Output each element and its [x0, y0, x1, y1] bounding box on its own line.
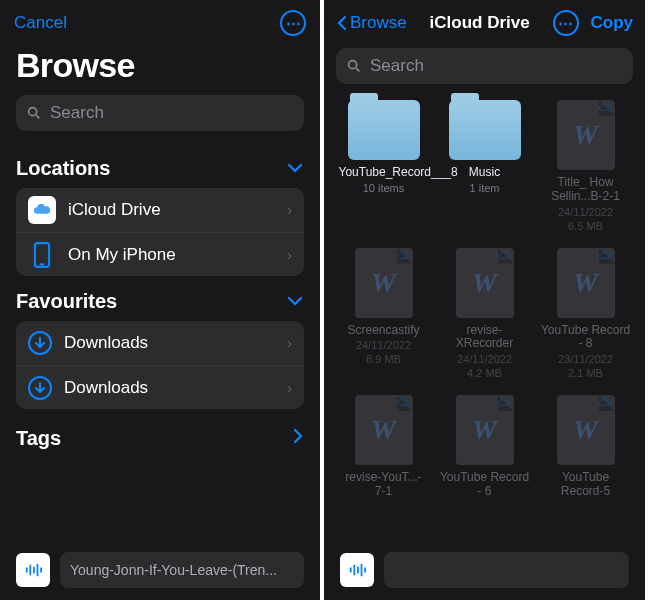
downloads-icon [28, 376, 52, 400]
location-label: On My iPhone [68, 245, 176, 265]
file-item: WYouTube Record - 6 [439, 395, 530, 499]
now-playing-bar[interactable] [340, 548, 629, 592]
item-name: revise-YouT...- 7-1 [339, 471, 429, 499]
now-playing-title: Young-Jonn-If-You-Leave-(Tren... [60, 552, 304, 588]
locations-header[interactable]: Locations [16, 143, 304, 188]
location-item-icloud[interactable]: iCloud Drive › [16, 188, 304, 232]
item-sub2: 6.5 MB [568, 220, 603, 232]
item-name: YouTube Record - 6 [440, 471, 530, 499]
chevron-right-icon: › [287, 335, 292, 351]
word-doc-icon: W [557, 395, 615, 465]
back-button[interactable]: Browse [336, 13, 407, 33]
item-name: YouTube Record-5 [541, 471, 631, 499]
item-sub: 24/11/2022 [558, 206, 613, 218]
now-playing-bar[interactable]: Young-Jonn-If-You-Leave-(Tren... [16, 548, 304, 592]
word-doc-icon: W [355, 248, 413, 318]
icloud-drive-pane: Browse iCloud Drive ⋯ Copy Search YouTub… [324, 0, 645, 600]
folder-item[interactable]: YouTube_Record___810 items [338, 100, 429, 232]
item-name: Title_ How Sellin...B-2-1 [541, 176, 631, 204]
location-item-on-my-iphone[interactable]: On My iPhone › [16, 232, 304, 276]
downloads-icon [28, 331, 52, 355]
location-label: iCloud Drive [68, 200, 161, 220]
locations-section: Locations iCloud Drive › On My iPhone [0, 143, 320, 468]
nav-bar: Browse iCloud Drive ⋯ Copy [324, 0, 645, 42]
folder-icon [348, 100, 420, 160]
svg-line-1 [36, 115, 39, 118]
locations-title: Locations [16, 157, 110, 180]
word-doc-icon: W [557, 248, 615, 318]
favourite-item-downloads[interactable]: Downloads › [16, 321, 304, 365]
item-sub2: 2.1 MB [568, 367, 603, 379]
word-doc-icon: W [355, 395, 413, 465]
search-input[interactable]: Search [16, 95, 304, 131]
svg-point-0 [29, 108, 37, 116]
item-name: Music [469, 166, 500, 180]
chevron-down-icon [286, 158, 304, 179]
nav-title: iCloud Drive [417, 13, 543, 33]
chevron-right-icon [292, 427, 304, 450]
favourite-label: Downloads [64, 333, 148, 353]
file-item: WYouTube Record-5 [540, 395, 631, 499]
audio-icon [340, 553, 374, 587]
chevron-right-icon: › [287, 247, 292, 263]
file-item: WTitle_ How Sellin...B-2-124/11/20226.5 … [540, 100, 631, 232]
copy-button[interactable]: Copy [591, 13, 634, 33]
file-item: WYouTube Record - 823/11/20222.1 MB [540, 248, 631, 380]
chevron-right-icon: › [287, 380, 292, 396]
file-grid: YouTube_Record___810 itemsMusic1 itemWTi… [324, 94, 645, 505]
item-sub2: 4.2 MB [467, 367, 502, 379]
search-placeholder: Search [50, 103, 104, 123]
icloud-drive-icon [28, 196, 56, 224]
item-sub: 24/11/2022 [457, 353, 512, 365]
svg-point-11 [349, 61, 357, 69]
item-name: YouTube_Record___8 [339, 166, 429, 180]
item-name: revise-XRecorder [440, 324, 530, 352]
file-item: Wrevise-YouT...- 7-1 [338, 395, 429, 499]
folder-icon [449, 100, 521, 160]
item-name: YouTube Record - 8 [541, 324, 631, 352]
item-sub: 10 items [363, 182, 405, 194]
word-doc-icon: W [557, 100, 615, 170]
now-playing-title [384, 552, 629, 588]
item-name: Screencastify [347, 324, 419, 338]
folder-item[interactable]: Music1 item [439, 100, 530, 232]
item-sub: 1 item [470, 182, 500, 194]
browse-pane: Cancel ⋯ Browse Search Locations iCloud … [0, 0, 324, 600]
more-options-button[interactable]: ⋯ [280, 10, 306, 36]
audio-icon [16, 553, 50, 587]
tags-title: Tags [16, 427, 61, 450]
file-item: Wrevise-XRecorder24/11/20224.2 MB [439, 248, 530, 380]
chevron-left-icon [336, 14, 348, 32]
favourite-label: Downloads [64, 378, 148, 398]
favourites-title: Favourites [16, 290, 117, 313]
search-placeholder: Search [370, 56, 424, 76]
chevron-down-icon [286, 291, 304, 312]
more-options-button[interactable]: ⋯ [553, 10, 579, 36]
back-label: Browse [350, 13, 407, 33]
page-title: Browse [0, 42, 320, 95]
search-icon [26, 105, 42, 121]
search-icon [346, 58, 362, 74]
word-doc-icon: W [456, 248, 514, 318]
topbar: Cancel ⋯ [0, 0, 320, 42]
svg-line-12 [356, 68, 359, 71]
file-item: WScreencastify24/11/20228.9 MB [338, 248, 429, 380]
tags-header[interactable]: Tags [16, 409, 304, 468]
item-sub: 24/11/2022 [356, 339, 411, 351]
item-sub: 23/11/2022 [558, 353, 613, 365]
favourites-header[interactable]: Favourites [16, 276, 304, 321]
cancel-button[interactable]: Cancel [14, 13, 67, 33]
chevron-right-icon: › [287, 202, 292, 218]
item-sub2: 8.9 MB [366, 353, 401, 365]
word-doc-icon: W [456, 395, 514, 465]
search-input[interactable]: Search [336, 48, 633, 84]
iphone-icon [28, 241, 56, 269]
svg-rect-2 [35, 243, 49, 267]
favourite-item-downloads-2[interactable]: Downloads › [16, 365, 304, 409]
